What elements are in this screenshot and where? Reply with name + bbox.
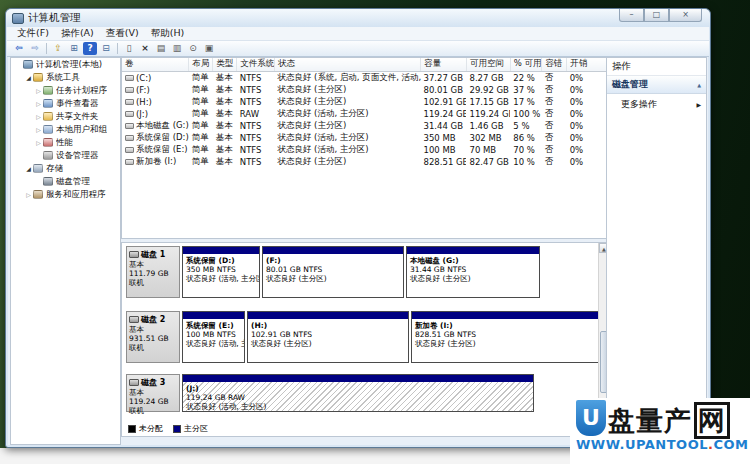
table-row[interactable]: (C:)简单基本NTFS状态良好 (系统, 启动, 页面文件, 活动, 故障转储… — [122, 71, 609, 84]
menu-item-2[interactable]: 查看(V) — [100, 27, 145, 40]
local-users-icon — [43, 125, 53, 134]
table-row[interactable]: 系统保留 (E:)简单基本NTFS状态良好 (活动, 主分区)100 MB70 … — [122, 144, 609, 156]
collapse-chevron-icon[interactable]: ▲ — [697, 82, 701, 88]
cell-overhead: 0% — [567, 108, 609, 120]
hard-disk-icon — [129, 316, 139, 323]
upantool-watermark: U 盘量产网 WWW.UPANTOOL.COM — [570, 398, 750, 464]
cell-type: 基本 — [213, 96, 237, 108]
tree-item-event-viewer[interactable]: ▷事件查看器 — [11, 97, 120, 110]
forward-icon[interactable]: ⇨ — [28, 42, 42, 55]
tree-item-label: 任务计划程序 — [56, 85, 107, 97]
tree-expander-icon[interactable]: ▷ — [34, 100, 43, 107]
up-icon[interactable]: ⇪ — [51, 42, 65, 55]
watermark-url: WWW.UPANTOOL.COM — [576, 437, 746, 452]
cell-capacity: 350 MB — [421, 132, 467, 144]
column-header-4[interactable]: 状态 — [274, 58, 420, 71]
close-button[interactable]: × — [669, 9, 702, 22]
actions-section-disk-management[interactable]: 磁盘管理 ▲ — [607, 76, 706, 94]
back-icon[interactable]: ⇦ — [12, 42, 26, 55]
tree-item-task-scheduler[interactable]: ▷任务计划程序 — [11, 84, 120, 97]
column-header-8[interactable]: 容错 — [542, 58, 567, 71]
column-header-3[interactable]: 文件系统 — [237, 58, 275, 71]
partition-block[interactable]: 新加卷 (I:)828.51 GB NTFS状态良好 (主分区) — [411, 311, 600, 363]
partition-block[interactable]: 本地磁盘 (G:)31.44 GB NTFS状态良好 (主分区) — [406, 246, 540, 298]
disk-row-3[interactable]: 磁盘 3基本119.24 GB联机(J:)119.24 GB RAW状态良好 (… — [126, 374, 534, 412]
column-header-2[interactable]: 类型 — [213, 58, 237, 71]
submenu-arrow-icon: ▶ — [696, 101, 701, 108]
disk-row-1[interactable]: 磁盘 1基本111.79 GB联机系统保留 (D:)350 MB NTFS状态良… — [126, 246, 540, 298]
menu-item-3[interactable]: 帮助(H) — [145, 27, 191, 40]
disk-row-2[interactable]: 磁盘 2基本931.51 GB联机系统保留 (E:)100 MB NTFS状态良… — [126, 311, 600, 363]
help-icon[interactable]: ? — [83, 42, 97, 55]
open-folder-icon[interactable]: ▥ — [170, 42, 184, 55]
table-row[interactable]: 系统保留 (D:)简单基本NTFS状态良好 (活动, 主分区)350 MB302… — [122, 132, 609, 144]
show-console-tree-icon[interactable]: ⊞ — [67, 42, 81, 55]
legend-item-0: 未分配 — [128, 423, 163, 434]
delete-icon[interactable]: × — [138, 42, 152, 55]
partition-block[interactable]: 系统保留 (E:)100 MB NTFS状态良好 (活动, 主分区) — [182, 311, 245, 363]
partition-block[interactable]: (J:)119.24 GB RAW状态良好 (活动, 主分区) — [182, 374, 534, 412]
more-actions-item[interactable]: 更多操作 ▶ — [607, 94, 706, 113]
menu-item-1[interactable]: 操作(A) — [55, 27, 100, 40]
tree-item-shared-folders[interactable]: ▷共享文件夹 — [11, 110, 120, 123]
cell-layout: 简单 — [189, 108, 213, 120]
tree-item-system-tools[interactable]: ◢系统工具 — [11, 71, 120, 84]
tree-item-disk-management[interactable]: 磁盘管理 — [11, 175, 120, 188]
new-document-icon[interactable]: ▯ — [122, 42, 136, 55]
tree-expander-icon[interactable]: ◢ — [24, 165, 33, 172]
partition-block[interactable]: (H:)102.91 GB NTFS状态良好 (主分区) — [247, 311, 409, 363]
column-header-9[interactable]: 开销 — [567, 58, 609, 71]
tree-item-services-applications[interactable]: ▷服务和应用程序 — [11, 188, 120, 201]
maximize-button[interactable]: □ — [644, 9, 669, 22]
disk-label[interactable]: 磁盘 2基本931.51 GB联机 — [126, 311, 180, 363]
tree-expander-icon[interactable]: ▷ — [34, 113, 43, 120]
tree-item-performance[interactable]: ▷性能 — [11, 136, 120, 149]
computer-toolbar-icon[interactable]: ▣ — [202, 42, 216, 55]
title-bar[interactable]: 计算机管理 — [6, 9, 710, 27]
cell-capacity: 80.01 GB — [421, 84, 467, 96]
tree-expander-icon[interactable]: ▷ — [34, 87, 43, 94]
table-row[interactable]: (J:)简单基本RAW状态良好 (活动, 主分区)119.24 GB119.24… — [122, 108, 609, 120]
column-header-0[interactable]: 卷 — [122, 58, 189, 71]
cell-fault: 否 — [542, 108, 567, 120]
console-window-icon[interactable]: ⊟ — [99, 42, 113, 55]
table-row[interactable]: (F:)简单基本NTFS状态良好 (主分区)80.01 GB29.92 GB37… — [122, 84, 609, 96]
table-row[interactable]: 本地磁盘 (G:)简单基本NTFS状态良好 (主分区)31.44 GB1.46 … — [122, 120, 609, 132]
cell-status: 状态良好 (主分区) — [274, 96, 420, 108]
cell-status: 状态良好 (活动, 主分区) — [274, 144, 420, 156]
tree-item-device-manager[interactable]: 设备管理器 — [11, 149, 120, 162]
search-icon[interactable]: ⊙ — [186, 42, 200, 55]
partition-body: 系统保留 (D:)350 MB NTFS状态良好 (活动, 主分区) — [183, 254, 259, 285]
tree-expander-icon[interactable]: ◢ — [24, 74, 33, 81]
partition-block[interactable]: (F:)80.01 GB NTFS状态良好 (主分区) — [262, 246, 404, 298]
table-row[interactable]: (H:)简单基本NTFS状态良好 (主分区)102.91 GB17.15 GB1… — [122, 96, 609, 108]
tree-expander-icon[interactable]: ▷ — [34, 139, 43, 146]
disk-label[interactable]: 磁盘 1基本111.79 GB联机 — [126, 246, 180, 298]
minimize-button[interactable]: – — [619, 9, 644, 22]
partition-size: 100 MB NTFS — [186, 330, 241, 339]
cell-capacity: 119.24 GB — [421, 108, 467, 120]
properties-icon[interactable]: ▤ — [154, 42, 168, 55]
column-header-5[interactable]: 容量 — [421, 58, 467, 71]
cell-pct_free: 86 % — [510, 132, 541, 144]
table-row[interactable]: 新加卷 (I:)简单基本NTFS状态良好 (主分区)828.51 GB82.47… — [122, 156, 609, 168]
tree-item-local-users-groups[interactable]: ▷本地用户和组 — [11, 123, 120, 136]
disk-label[interactable]: 磁盘 3基本119.24 GB联机 — [126, 374, 180, 412]
column-header-7[interactable]: % 可用 — [510, 58, 541, 71]
volume-label: (H:) — [136, 97, 152, 107]
tree-item-computer-management[interactable]: 计算机管理(本地) — [11, 58, 120, 71]
tree-expander-icon[interactable]: ▷ — [34, 126, 43, 133]
cell-overhead: 0% — [567, 84, 609, 96]
cell-fs: NTFS — [237, 144, 275, 156]
tree-item-storage[interactable]: ◢存储 — [11, 162, 120, 175]
column-header-6[interactable]: 可用空间 — [466, 58, 510, 71]
cell-type: 基本 — [213, 144, 237, 156]
menu-item-0[interactable]: 文件(F) — [11, 27, 55, 40]
toolbar-separator — [46, 43, 47, 54]
partitions: 系统保留 (E:)100 MB NTFS状态良好 (活动, 主分区)(H:)10… — [182, 311, 600, 363]
column-header-1[interactable]: 布局 — [189, 58, 213, 71]
partition-block[interactable]: 系统保留 (D:)350 MB NTFS状态良好 (活动, 主分区) — [182, 246, 260, 298]
partition-color-band — [183, 312, 244, 319]
tree-expander-icon[interactable]: ▷ — [24, 191, 33, 198]
cell-overhead: 0% — [567, 132, 609, 144]
